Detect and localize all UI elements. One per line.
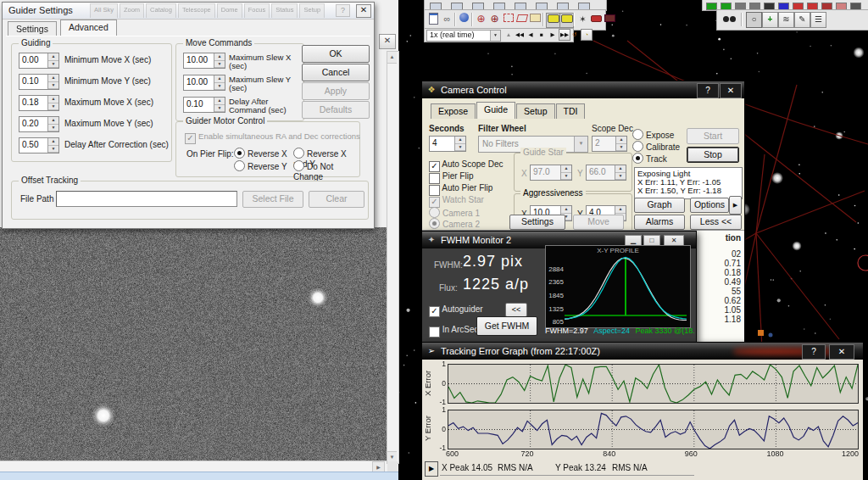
time-rate-combo[interactable]: 1x (real time) ▼	[426, 30, 501, 42]
field-circle-icon[interactable]: ○	[746, 12, 762, 28]
figure-icon[interactable]: ≋	[778, 12, 794, 28]
settings-button[interactable]: Settings	[509, 215, 565, 230]
dark-vehicle-icon[interactable]	[604, 13, 616, 26]
tab-tdi[interactable]: TDI	[556, 103, 586, 119]
tracking-titlebar[interactable]: ➢ Tracking Error Graph (from 22:17:00Z) …	[422, 343, 863, 360]
close-icon[interactable]: ✕	[356, 4, 371, 18]
horizon-polygon-icon[interactable]	[515, 13, 528, 26]
collapse-button[interactable]: <<	[505, 303, 527, 317]
get-fwhm-button[interactable]: Get FWHM	[476, 316, 537, 336]
close-icon[interactable]: ✕	[829, 344, 854, 360]
cassette-right-icon[interactable]	[559, 13, 574, 28]
graph-button[interactable]: Graph	[634, 198, 685, 213]
move-spinner-2[interactable]: 0.10▲▼	[183, 97, 225, 113]
checkbox-icon[interactable]: ✓	[185, 133, 196, 144]
camera-control-titlebar[interactable]: ❖ Camera Control ? ✕	[422, 81, 744, 98]
binoculars-icon[interactable]	[721, 13, 737, 26]
horizontal-scrollbar[interactable]: ▶	[0, 460, 387, 472]
radio-icon[interactable]	[293, 148, 304, 159]
play-icon[interactable]: ▶	[425, 461, 438, 477]
checkbox-icon[interactable]: ✓	[429, 327, 440, 338]
comet-burst-icon[interactable]: ✶	[576, 13, 589, 26]
vertical-scrollbar[interactable]: ▲ ▼	[387, 51, 399, 464]
less-button[interactable]: Less <<	[690, 215, 742, 230]
close-icon[interactable]: ✕	[720, 83, 742, 98]
checkbox-pier-flip[interactable]: ✓ Pier Flip	[429, 171, 473, 184]
tab-expose[interactable]: Expose	[431, 103, 476, 119]
autoguider-checkbox[interactable]: ✓ Autoguider	[429, 304, 483, 317]
guider-settings-titlebar[interactable]: Guider Settings All SkyZoomCatalogTelesc…	[3, 3, 374, 20]
ok-button[interactable]: OK	[302, 45, 370, 63]
radio-camera-1[interactable]: Camera 1	[429, 207, 480, 218]
checkbox-watch-star[interactable]: ✓ Watch Star	[429, 195, 484, 208]
play-icon[interactable]: ▶	[548, 30, 558, 40]
options-expand-arrow-icon[interactable]: ▶	[729, 196, 742, 215]
document-icon[interactable]	[427, 13, 440, 26]
radio-reverse-x[interactable]: Reverse X	[234, 148, 287, 159]
guiding-spinner-2[interactable]: 0.18▲▼	[19, 95, 59, 111]
fov-frame-icon[interactable]	[502, 13, 515, 26]
options-button[interactable]: Options	[690, 198, 729, 213]
help-icon[interactable]: ?	[697, 83, 719, 98]
close-icon[interactable]: ✕	[379, 34, 396, 49]
scope-dec-spinner[interactable]: 2▲▼	[592, 136, 627, 152]
seconds-spinner[interactable]: 4▲▼	[429, 136, 466, 152]
start-button[interactable]: Start	[687, 128, 739, 144]
move-button[interactable]: Move	[573, 215, 624, 230]
radio-camera-2[interactable]: Camera 2	[429, 218, 480, 229]
in-arcsecs-checkbox[interactable]: ✓ In ArcSecs	[429, 325, 483, 338]
move-spinner-1[interactable]: 10.00▲▼	[183, 75, 225, 91]
stop-icon[interactable]: ■	[537, 30, 547, 40]
help-icon[interactable]: ?	[802, 344, 826, 360]
radio-icon[interactable]	[429, 218, 440, 229]
apply-button[interactable]: Apply	[302, 82, 370, 100]
radio-expose[interactable]: Expose	[632, 129, 674, 140]
checkbox-icon[interactable]: ✓	[429, 306, 440, 317]
tab-setup[interactable]: Setup	[516, 103, 554, 119]
select-file-button[interactable]: Select File	[242, 191, 303, 208]
resize-grip[interactable]	[387, 461, 398, 472]
stop-button[interactable]: Stop	[687, 147, 739, 163]
clear-button[interactable]: Clear	[309, 191, 364, 208]
enable-ra-dec-checkbox[interactable]: ✓ Enable simultaneous RA and Dec correct…	[185, 131, 360, 144]
green-cross-icon[interactable]: +	[762, 12, 778, 28]
cassette-left-icon[interactable]	[546, 13, 560, 28]
radio-icon[interactable]	[632, 141, 643, 152]
grid-icon[interactable]: ☰	[810, 12, 826, 28]
move-spinner-0[interactable]: 10.00▲▼	[183, 53, 225, 69]
tab-advanced[interactable]: Advanced	[60, 20, 117, 36]
fast-forward-icon[interactable]: ▶▶	[559, 29, 570, 41]
radio-icon[interactable]	[234, 148, 245, 159]
checkbox-auto-scope-dec[interactable]: ✓ Auto Scope Dec	[429, 159, 504, 172]
red-globe-grid-icon[interactable]: ⊕	[488, 13, 501, 26]
tab-settings[interactable]: Settings	[8, 21, 57, 36]
alarms-button[interactable]: Alarms	[634, 215, 685, 230]
guiding-spinner-1[interactable]: 0.10▲▼	[19, 74, 59, 90]
radio-do-not-change[interactable]: Do Not Change	[293, 160, 359, 181]
radio-icon[interactable]	[429, 207, 440, 218]
red-globe-icon[interactable]: ⊕	[475, 13, 487, 26]
radio-icon[interactable]	[293, 160, 304, 171]
defaults-button[interactable]: Defaults	[302, 101, 370, 119]
loop-icon[interactable]: ↺	[570, 30, 580, 40]
eject-icon[interactable]: ▲	[504, 30, 514, 40]
help-icon[interactable]: ?	[336, 4, 350, 17]
guide-star-x-spinner[interactable]: 97.0▲▼	[530, 165, 572, 181]
guiding-spinner-0[interactable]: 0.00▲▼	[19, 53, 59, 69]
blue-sphere-icon[interactable]	[458, 13, 470, 26]
chain-link-icon[interactable]: ∞	[441, 13, 453, 26]
red-vehicle-icon[interactable]	[590, 13, 603, 26]
radio-reverse-y[interactable]: Reverse Y	[234, 160, 287, 171]
radio-icon[interactable]	[632, 129, 643, 140]
folder-icon[interactable]	[529, 13, 542, 26]
file-path-input[interactable]	[56, 191, 237, 207]
guiding-spinner-4[interactable]: 0.50▲▼	[19, 137, 59, 153]
scroll-up-icon[interactable]: ▲	[387, 52, 397, 64]
chevron-down-icon[interactable]: ▼	[574, 137, 587, 152]
cancel-button[interactable]: Cancel	[302, 64, 370, 81]
step-back-icon[interactable]: ◀	[526, 30, 536, 40]
radio-icon[interactable]	[234, 160, 245, 171]
tab-guide[interactable]: Guide	[476, 102, 515, 119]
radio-calibrate[interactable]: Calibrate	[632, 141, 680, 152]
clock-icon[interactable]: ◔	[581, 29, 593, 41]
